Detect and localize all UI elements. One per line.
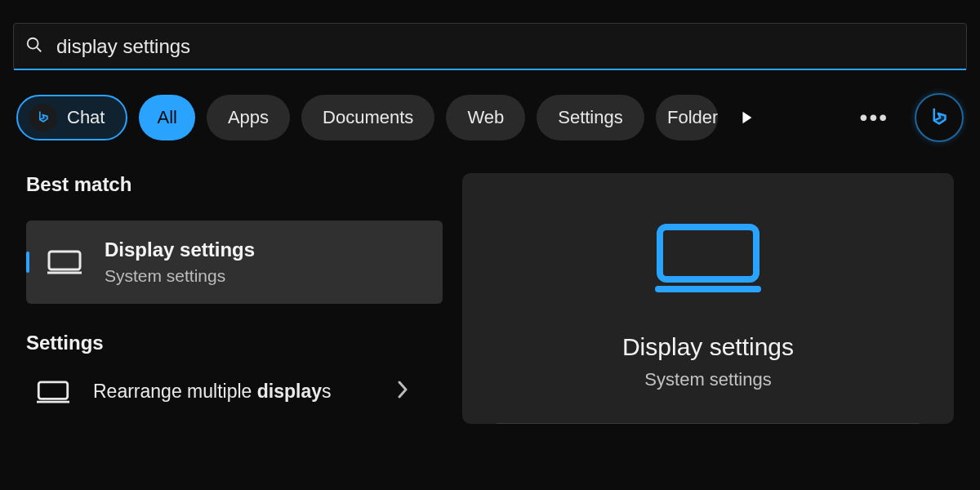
svg-rect-2: [49, 252, 80, 270]
detail-display-icon: [655, 222, 761, 297]
best-match-header: Best match: [26, 173, 443, 196]
filter-folders-label: Folders: [667, 107, 718, 128]
chat-pill[interactable]: Chat: [16, 95, 127, 140]
detail-subtitle: System settings: [644, 369, 771, 390]
svg-point-0: [28, 38, 38, 49]
best-match-result[interactable]: Display settings System settings: [26, 220, 443, 304]
filter-settings-label: Settings: [558, 107, 623, 128]
filter-documents-label: Documents: [323, 107, 413, 128]
svg-rect-4: [38, 382, 67, 399]
filter-folders[interactable]: Folders: [656, 95, 718, 140]
detail-title: Display settings: [622, 333, 794, 361]
settings-result-label: Rearrange multiple displays: [93, 380, 331, 404]
best-match-subtitle: System settings: [105, 266, 255, 286]
search-input[interactable]: [43, 35, 955, 58]
chat-label: Chat: [67, 107, 105, 128]
best-match-title: Display settings: [105, 238, 255, 261]
filter-apps[interactable]: Apps: [207, 95, 290, 140]
bing-chat-button[interactable]: [915, 93, 964, 142]
svg-rect-6: [660, 227, 756, 279]
filter-web[interactable]: Web: [446, 95, 525, 140]
more-button[interactable]: •••: [860, 105, 889, 131]
filter-web-label: Web: [467, 107, 504, 128]
display-icon: [46, 249, 83, 275]
filter-apps-label: Apps: [228, 107, 269, 128]
chevron-right-icon: [397, 381, 408, 403]
settings-result-rearrange[interactable]: Rearrange multiple displays: [26, 372, 443, 412]
scroll-right-button[interactable]: [734, 105, 759, 130]
detail-separator: [497, 423, 920, 424]
filter-row: Chat All Apps Documents Web Settings Fol…: [13, 93, 967, 142]
search-bar[interactable]: [13, 23, 967, 70]
detail-panel: Display settings System settings: [462, 173, 954, 424]
svg-line-1: [37, 47, 41, 51]
display-icon: [34, 379, 72, 405]
bing-icon: [29, 104, 57, 131]
filter-documents[interactable]: Documents: [301, 95, 434, 140]
filter-all-label: All: [157, 107, 176, 128]
filter-settings[interactable]: Settings: [537, 95, 644, 140]
filter-all[interactable]: All: [139, 95, 194, 140]
search-icon: [25, 36, 43, 57]
settings-header: Settings: [26, 332, 443, 354]
